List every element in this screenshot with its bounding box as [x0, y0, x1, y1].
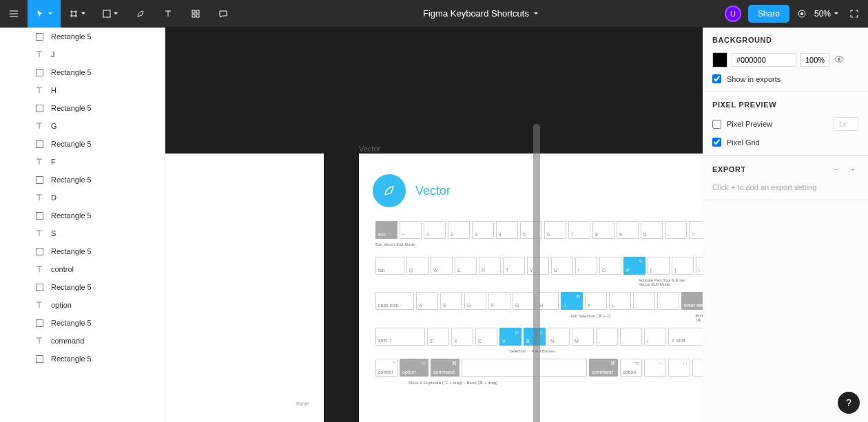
layer-label: H [51, 86, 56, 94]
show-in-exports-label: Show in exports [727, 75, 781, 83]
show-in-exports-checkbox[interactable] [712, 74, 721, 83]
key: - [665, 221, 687, 239]
key: ⌘command [589, 359, 618, 377]
key: T [503, 257, 525, 275]
layer-item[interactable]: J [0, 45, 165, 63]
key: ; [633, 292, 655, 310]
fullscreen-icon[interactable] [846, 0, 862, 28]
pixel-grid-checkbox[interactable] [712, 138, 721, 147]
key: K [585, 292, 607, 310]
avatar[interactable]: U [725, 6, 741, 22]
layer-item[interactable]: command [0, 332, 165, 350]
frame-label-vector[interactable]: Vector [359, 145, 380, 153]
layer-item[interactable]: Rectangle 5 [0, 207, 165, 224]
text-icon [34, 300, 44, 310]
key: . [620, 328, 642, 346]
key: ↵enter return [681, 292, 703, 310]
key: \ [696, 257, 703, 275]
key: O [599, 257, 621, 275]
scrollbar-vertical[interactable] [533, 124, 540, 422]
key: 4 [496, 221, 518, 239]
layer-item[interactable]: Rectangle 5 [0, 28, 165, 45]
layer-item[interactable]: Rectangle 5 [0, 171, 165, 189]
key: ⌥option [400, 359, 428, 377]
layer-item[interactable]: D [0, 189, 165, 207]
key: 8 [592, 221, 614, 239]
layer-label: Rectangle 5 [51, 283, 92, 291]
frame-vector[interactable]: Vector esc~1234567890-=⌫deleteExit Vecto… [359, 154, 703, 422]
layer-item[interactable]: S [0, 224, 165, 242]
layer-label: Rectangle 5 [51, 176, 92, 184]
rectangle-icon [34, 354, 44, 363]
export-plus-button[interactable]: + [847, 164, 858, 175]
chevron-down-icon [533, 11, 539, 17]
scrollbar-thumb[interactable] [533, 124, 540, 422]
visibility-icon[interactable] [834, 54, 845, 66]
key: ] [672, 257, 694, 275]
layer-item[interactable]: Rectangle 5 [0, 350, 165, 368]
key: Q [406, 257, 428, 275]
components-tool[interactable] [182, 0, 209, 28]
layer-item[interactable]: option [0, 296, 165, 314]
share-button[interactable]: Share [748, 5, 789, 23]
layer-item[interactable]: Rectangle 5 [0, 135, 165, 153]
layer-label: Rectangle 5 [51, 32, 92, 41]
layer-label: option [51, 301, 72, 309]
text-tool[interactable] [154, 0, 182, 28]
document-title[interactable]: Figma Keyboard Shortcuts [237, 8, 725, 19]
comment-tool[interactable] [209, 0, 237, 28]
frame-tool[interactable] [61, 0, 94, 28]
layer-item[interactable]: H [0, 81, 165, 99]
key: W [431, 257, 453, 275]
help-button[interactable]: ? [838, 392, 860, 414]
export-minus-button[interactable]: − [831, 164, 842, 175]
key: A [416, 292, 438, 310]
key: → [692, 359, 703, 377]
text-icon [34, 336, 44, 346]
rectangle-icon [34, 211, 44, 220]
shape-tool[interactable] [94, 0, 127, 28]
export-title: EXPORT [712, 165, 746, 173]
pixel-scale-select[interactable] [834, 117, 858, 131]
key: Z [427, 328, 449, 346]
key: ' [657, 292, 679, 310]
layer-label: Rectangle 5 [51, 247, 92, 255]
canvas[interactable]: Panel ency Vector Text Vector esc~123456… [165, 28, 703, 422]
key: tab [375, 257, 404, 275]
key: / [644, 328, 666, 346]
export-hint: Click + to add an export setting [712, 183, 858, 191]
pixel-preview-label: Pixel Preview [727, 120, 772, 128]
layer-item[interactable]: Rectangle 5 [0, 99, 165, 117]
vector-circle-icon [373, 174, 406, 207]
key: 1 [424, 221, 446, 239]
document-title-text: Figma Keyboard Shortcuts [423, 8, 529, 19]
pixel-preview-title: PIXEL PREVIEW [712, 101, 858, 109]
menu-icon[interactable] [0, 0, 28, 28]
key: X [451, 328, 473, 346]
present-icon[interactable] [796, 0, 807, 28]
frame-behind[interactable]: Panel ency [165, 154, 324, 422]
key: caps lock [375, 292, 414, 310]
layer-label: D [51, 193, 56, 202]
svg-point-8 [838, 58, 840, 61]
layer-item[interactable]: F [0, 153, 165, 171]
layer-item[interactable]: Rectangle 5 [0, 314, 165, 332]
key: ⇧ shift [668, 328, 703, 346]
move-tool[interactable] [28, 0, 61, 28]
layer-label: Rectangle 5 [51, 319, 92, 327]
opacity-input[interactable] [800, 53, 829, 67]
layer-item[interactable]: Rectangle 5 [0, 278, 165, 296]
color-hex-input[interactable] [732, 53, 796, 67]
vector-title: Vector [415, 184, 451, 198]
pixel-preview-checkbox[interactable] [712, 120, 721, 129]
pen-tool[interactable] [127, 0, 154, 28]
layer-item[interactable]: G [0, 117, 165, 135]
rectangle-icon [34, 32, 44, 41]
layers-panel[interactable]: Rectangle 5JRectangle 5HRectangle 5GRect… [0, 28, 165, 422]
layer-item[interactable]: Rectangle 5 [0, 63, 165, 81]
zoom-control[interactable]: 50% [814, 9, 839, 19]
key: ⟲J [561, 292, 583, 310]
color-swatch[interactable] [712, 52, 727, 67]
layer-item[interactable]: Rectangle 5 [0, 242, 165, 260]
layer-item[interactable]: control [0, 260, 165, 278]
